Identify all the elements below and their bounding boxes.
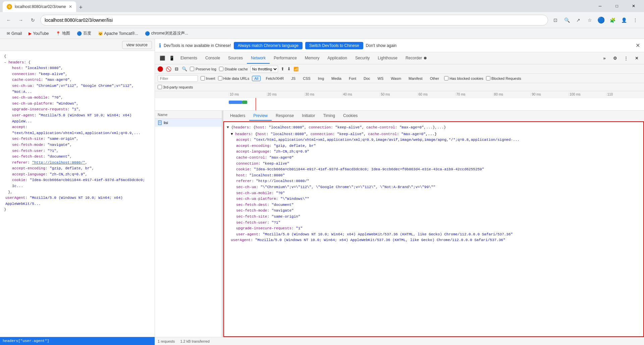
filter-ws-button[interactable]: WS: [375, 76, 386, 81]
match-language-button[interactable]: Always match Chrome's language: [234, 42, 303, 49]
filter-manifest-button[interactable]: Manifest: [406, 76, 425, 81]
source-line-10: user-agent: "Mozilla/5.0 (Windows NT 10.…: [4, 113, 151, 124]
detail-tab-initiator[interactable]: Initiator: [298, 111, 319, 121]
filter-other-button[interactable]: Other: [428, 76, 442, 81]
extensions-icon[interactable]: 🧩: [608, 15, 617, 25]
chrome-icon[interactable]: 🔵: [596, 15, 606, 25]
filter-icon-button[interactable]: ⊟: [174, 66, 179, 72]
share-icon[interactable]: ↗: [574, 15, 583, 25]
record-button[interactable]: [158, 66, 163, 72]
settings-button[interactable]: ⚙: [610, 54, 620, 63]
filter-wasm-button[interactable]: Wasm: [388, 76, 404, 81]
bookmark-icon[interactable]: ☆: [585, 15, 594, 25]
hide-data-urls-label[interactable]: Hide data URLs: [218, 76, 250, 80]
clear-button[interactable]: 🚫: [166, 66, 171, 72]
hide-data-urls-checkbox[interactable]: [218, 76, 222, 80]
close-button[interactable]: ✕: [626, 0, 641, 12]
filter-doc-button[interactable]: Doc: [361, 76, 373, 81]
bookmark-youtube[interactable]: ▶ YouTube: [26, 31, 51, 37]
network-toolbar: 🚫 ⊟ 🔍 Preserve log Disable cache No thro…: [155, 64, 644, 74]
profile-icon[interactable]: 👤: [619, 15, 629, 25]
back-button[interactable]: ←: [4, 15, 13, 25]
tab-recorder[interactable]: Recorder ⏺: [401, 53, 431, 64]
menu-icon[interactable]: ⋮: [631, 15, 640, 25]
headers-expand-icon[interactable]: ▼: [231, 132, 233, 136]
disable-cache-label[interactable]: Disable cache: [219, 67, 248, 71]
detail-tab-preview[interactable]: Preview: [249, 111, 272, 121]
disable-cache-checkbox[interactable]: [219, 67, 223, 71]
devtools-close-button[interactable]: ✕: [632, 54, 641, 63]
throttle-select[interactable]: No throttling: [251, 66, 278, 72]
blocked-requests-label[interactable]: Blocked Requests: [486, 76, 521, 80]
detail-tab-cookies[interactable]: Cookies: [339, 111, 362, 121]
tab-lighthouse[interactable]: Lighthouse: [374, 53, 401, 64]
detail-tab-response[interactable]: Response: [272, 111, 298, 121]
tab-elements[interactable]: Elements: [176, 53, 201, 64]
bookmark-gmail[interactable]: ✉ Gmail: [4, 31, 24, 37]
bookmark-chrome-audio[interactable]: 🔵 chrome浏览器没声...: [142, 30, 191, 37]
tab-console[interactable]: Console: [201, 53, 224, 64]
filter-js-button[interactable]: JS: [289, 76, 298, 81]
active-tab[interactable]: ⚙ localhost:8080/car02/3/owne ✕: [3, 1, 76, 12]
tab-application[interactable]: Application: [323, 53, 351, 64]
view-source-button[interactable]: view source: [122, 41, 152, 49]
filter-fetch-xhr-button[interactable]: Fetch/XHR: [263, 76, 286, 81]
forward-button[interactable]: →: [16, 15, 25, 25]
field-value: "1": [296, 226, 303, 230]
bookmark-maps[interactable]: 📍 地图: [53, 30, 73, 37]
detail-tab-headers[interactable]: Headers: [226, 111, 249, 121]
third-party-checkbox[interactable]: [158, 85, 162, 89]
tab-sources[interactable]: Sources: [224, 53, 247, 64]
screen-mirror-icon[interactable]: ⊡: [551, 15, 560, 25]
device-toggle-button[interactable]: 📱: [167, 54, 176, 63]
maximize-button[interactable]: □: [609, 0, 625, 12]
field-value: "\"Chromium\";v=\"112\", \"Google Chrome…: [261, 185, 436, 189]
dont-show-again-button[interactable]: Don't show again: [366, 43, 397, 48]
search-icon[interactable]: 🔍: [562, 15, 572, 25]
tab-close-button[interactable]: ✕: [69, 4, 72, 9]
dock-menu-button[interactable]: ⋮: [621, 54, 631, 63]
preview-field-row: sec-fetch-dest: "document": [236, 202, 641, 208]
inspect-element-button[interactable]: ⬛: [158, 54, 167, 63]
new-tab-button[interactable]: +: [76, 3, 86, 12]
has-blocked-cookies-label[interactable]: Has blocked cookies: [444, 76, 483, 80]
tab-memory[interactable]: Memory: [301, 53, 323, 64]
blocked-requests-checkbox[interactable]: [486, 76, 490, 80]
detail-tab-timing[interactable]: Timing: [319, 111, 339, 121]
filter-img-button[interactable]: Img: [316, 76, 326, 81]
preview-headers-line: ▼ headers: {host: "localhost:8080", conn…: [231, 131, 641, 137]
url-input[interactable]: [40, 15, 548, 25]
source-panel: view source { - headers: { host: "localh…: [0, 39, 155, 345]
filter-media-button[interactable]: Media: [329, 76, 344, 81]
source-line-22: }: [4, 207, 151, 213]
svg-rect-0: [158, 121, 161, 125]
reload-button[interactable]: ↻: [28, 15, 38, 25]
filter-font-button[interactable]: Font: [346, 76, 359, 81]
tab-network[interactable]: Network: [247, 53, 270, 64]
tab-performance[interactable]: Performance: [270, 53, 301, 64]
preserve-log-label[interactable]: Preserve log: [190, 67, 216, 71]
filter-input[interactable]: [158, 75, 198, 82]
bookmark-baidu[interactable]: 🔵 百度: [74, 30, 94, 37]
status-bar: headers["user-agent"]: [0, 337, 155, 345]
field-value: "?1": [272, 221, 280, 225]
invert-label[interactable]: Invert: [201, 76, 215, 80]
minimize-button[interactable]: ─: [592, 0, 608, 12]
tab-security[interactable]: Security: [351, 53, 374, 64]
has-blocked-cookies-checkbox[interactable]: [444, 76, 448, 80]
switch-chinese-button[interactable]: Switch DevTools to Chinese: [305, 42, 363, 49]
preview-field-row: accept-encoding: "gzip, deflate, br": [236, 143, 641, 149]
filter-all-button[interactable]: All: [252, 76, 261, 81]
request-item-lisi[interactable]: lisi: [155, 119, 222, 127]
third-party-label[interactable]: 3rd-party requests: [158, 85, 193, 89]
network-search-button[interactable]: 🔍: [182, 66, 187, 72]
preserve-log-checkbox[interactable]: [190, 67, 194, 71]
source-line-21: userAgent: "Mozilla/5.0 (Windows NT 10.0…: [4, 195, 151, 207]
more-tabs-button[interactable]: »: [600, 54, 609, 63]
invert-checkbox[interactable]: [201, 76, 205, 80]
upload-icon: ⬆: [281, 66, 284, 71]
filter-css-button[interactable]: CSS: [301, 76, 313, 81]
preview-expand-icon[interactable]: ▼: [227, 125, 229, 129]
bookmark-tomcat[interactable]: 🐱 Apache Tomcat®...: [95, 31, 141, 37]
notification-close-button[interactable]: ✕: [636, 42, 640, 49]
